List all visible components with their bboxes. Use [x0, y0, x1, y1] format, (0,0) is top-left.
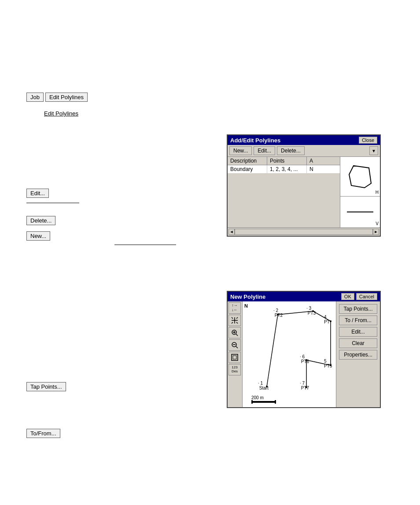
- add-edit-toolbar: New... Edit... Delete... ▼: [228, 145, 380, 157]
- zoom-out-icon: [231, 341, 239, 349]
- job-button[interactable]: Job: [26, 93, 44, 102]
- add-edit-title: Add/Edit Polylines: [230, 137, 280, 144]
- svg-line-11: [236, 334, 238, 336]
- table-row[interactable]: Boundary 1, 2, 3, 4, ... N: [228, 165, 340, 173]
- edit-polylines-button[interactable]: Edit Polylines: [45, 93, 88, 102]
- scale-bar-line: [253, 401, 275, 403]
- svg-point-20: [330, 320, 332, 322]
- scale-bar: 200 m: [251, 395, 276, 404]
- svg-line-5: [236, 317, 238, 319]
- new-poly-right-buttons: Tap Points... To / From... Edit... Clear…: [336, 301, 380, 407]
- new-poly-cancel-button[interactable]: Cancel: [356, 293, 377, 300]
- add-edit-content: Description Points A Boundary 1, 2, 3, 4…: [228, 157, 380, 227]
- v-label: V: [376, 221, 379, 226]
- cell-a: N: [307, 165, 317, 173]
- polygon-preview-svg: [345, 161, 376, 192]
- new-poly-title: New Polyline: [230, 293, 265, 300]
- col-a: A: [307, 157, 317, 165]
- new-divider: [114, 245, 176, 245]
- cell-points: 1, 2, 3, 4, ...: [267, 165, 307, 173]
- scroll-left-button[interactable]: ◄: [228, 229, 235, 235]
- list-header: Description Points A: [228, 157, 340, 165]
- svg-rect-15: [232, 354, 238, 360]
- add-edit-polylines-dialog: Add/Edit Polylines Close New... Edit... …: [227, 134, 381, 237]
- add-edit-close-button[interactable]: Close: [359, 137, 377, 144]
- scale-text: 200 m: [251, 395, 264, 400]
- svg-point-22: [306, 359, 307, 361]
- properties-dialog-button[interactable]: Properties...: [339, 350, 377, 360]
- pan-tool-button[interactable]: ↑→↓←: [228, 302, 241, 314]
- svg-point-18: [277, 314, 279, 316]
- svg-point-19: [312, 310, 314, 312]
- to-from-button[interactable]: To/From...: [26, 429, 60, 438]
- svg-rect-16: [233, 356, 236, 359]
- preview-area: H V: [340, 157, 380, 227]
- zoom-extent-button[interactable]: [228, 315, 241, 326]
- svg-line-4: [232, 317, 233, 319]
- add-edit-title-bar: Add/Edit Polylines Close: [228, 135, 380, 145]
- zoom-in-button[interactable]: [228, 327, 241, 338]
- new-polyline-dialog: New Polyline OK Cancel ↑→↓←: [227, 291, 381, 408]
- add-edit-new-button[interactable]: New...: [229, 146, 252, 155]
- new-button[interactable]: New...: [26, 231, 50, 241]
- new-poly-title-buttons: OK Cancel: [341, 293, 377, 300]
- edit-button[interactable]: Edit...: [26, 189, 49, 198]
- svg-line-6: [232, 322, 233, 323]
- add-edit-edit-button[interactable]: Edit...: [254, 146, 275, 155]
- line-preview-svg: [345, 203, 376, 221]
- new-poly-body: ↑→↓←: [228, 301, 380, 407]
- new-poly-ok-button[interactable]: OK: [341, 293, 354, 300]
- svg-marker-0: [349, 166, 371, 188]
- to-from-dialog-button[interactable]: To / From...: [339, 316, 377, 325]
- svg-point-21: [330, 364, 332, 366]
- col-points: Points: [267, 157, 307, 165]
- add-edit-list: Description Points A Boundary 1, 2, 3, 4…: [228, 157, 340, 227]
- zoom-in-icon: [231, 329, 239, 337]
- edit-divider: [26, 203, 79, 203]
- label-tool-button[interactable]: 123Des: [228, 364, 241, 375]
- zoom-out-button[interactable]: [228, 339, 241, 351]
- svg-line-7: [236, 322, 238, 323]
- select-area-button[interactable]: [228, 352, 241, 363]
- preview-top: H: [340, 157, 380, 197]
- h-label: H: [376, 190, 379, 195]
- preview-bottom: V: [340, 197, 380, 227]
- scale-end-right: [275, 400, 276, 404]
- cell-description: Boundary: [228, 165, 267, 173]
- map-area[interactable]: N · 2 PT2 · 3 PT3 4PT 5PT5 · 6 PT6 · 1 S…: [243, 301, 336, 407]
- delete-button[interactable]: Delete...: [26, 216, 55, 225]
- clear-dialog-button[interactable]: Clear: [339, 338, 377, 348]
- dropdown-arrow[interactable]: ▼: [369, 146, 378, 155]
- section-title: Edit Polylines: [44, 110, 78, 117]
- tap-points-dialog-button[interactable]: Tap Points...: [339, 304, 377, 314]
- edit-dialog-button[interactable]: Edit...: [339, 327, 377, 337]
- zoom-extent-icon: [231, 316, 239, 324]
- col-description: Description: [228, 157, 267, 165]
- map-toolbar: ↑→↓←: [228, 301, 243, 407]
- select-area-icon: [231, 353, 239, 361]
- scrollbar-area: ◄ ►: [228, 227, 380, 236]
- h-scrollbar[interactable]: [235, 229, 373, 235]
- svg-line-14: [236, 346, 238, 348]
- svg-point-17: [266, 386, 268, 387]
- scroll-right-button[interactable]: ►: [373, 229, 379, 235]
- svg-point-23: [306, 386, 307, 388]
- polyline-svg: [243, 301, 336, 407]
- add-edit-delete-button[interactable]: Delete...: [277, 146, 305, 155]
- tap-points-button[interactable]: Tap Points...: [26, 382, 66, 391]
- breadcrumb: Job Edit Polylines: [26, 93, 88, 102]
- new-poly-title-bar: New Polyline OK Cancel: [228, 292, 380, 301]
